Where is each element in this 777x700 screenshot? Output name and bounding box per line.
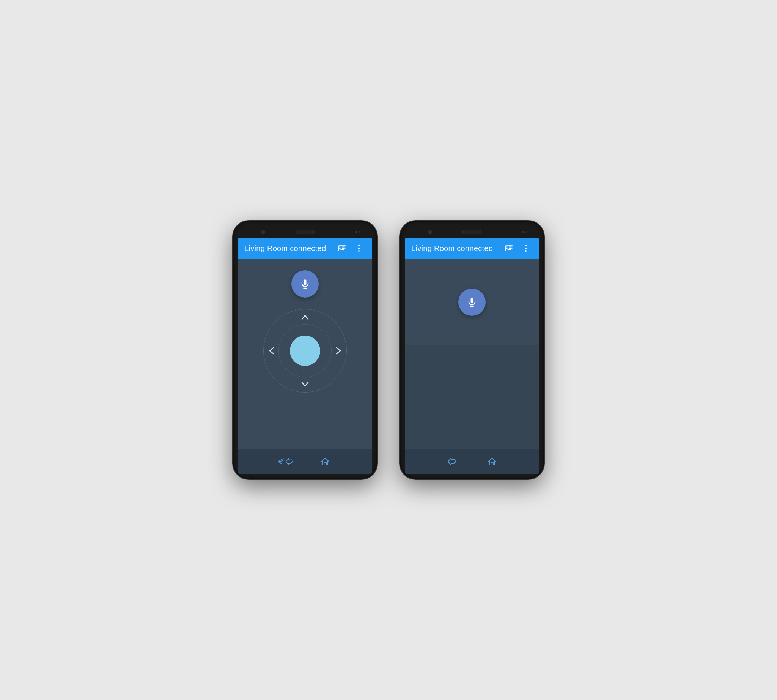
phone-2-top-bar <box>405 226 539 238</box>
chevron-left-icon <box>269 347 274 355</box>
svg-rect-9 <box>343 248 344 248</box>
mic-icon <box>300 278 310 289</box>
chevron-right-icon <box>336 347 341 355</box>
svg-rect-7 <box>341 248 341 248</box>
keyboard-icon-2 <box>505 245 513 251</box>
svg-rect-10 <box>344 248 345 248</box>
phone-1-menu-button[interactable] <box>352 242 366 255</box>
more-vert-icon <box>358 245 360 252</box>
dpad-center-button[interactable] <box>290 335 320 366</box>
phone-1-dpad <box>260 305 351 396</box>
phone-1-wrapper: Living Room connected <box>233 221 377 479</box>
phone-1-dot-2 <box>359 231 360 233</box>
svg-rect-2 <box>341 247 341 248</box>
phone-2-mic-button[interactable] <box>458 288 486 316</box>
more-vert-icon-2 <box>525 245 527 252</box>
phone-2-top-section <box>405 259 539 345</box>
phone-2-app-bar-actions <box>502 242 532 255</box>
svg-rect-5 <box>344 247 345 248</box>
home-icon-2 <box>487 457 497 467</box>
phone-2-screen: Living Room connected <box>405 238 539 474</box>
phone-1-dots <box>355 231 360 233</box>
phone-2-dot-2 <box>526 231 527 233</box>
phone-1-camera <box>261 230 265 234</box>
svg-rect-24 <box>510 248 511 248</box>
phone-1-app-bar-actions <box>335 242 366 255</box>
phone-2-back-button[interactable] <box>443 452 461 471</box>
phone-2: Living Room connected <box>400 221 544 479</box>
phone-1-mic-button[interactable] <box>291 270 319 298</box>
svg-rect-18 <box>509 247 509 248</box>
chevron-up-icon <box>301 315 309 320</box>
phone-1-content <box>238 259 372 450</box>
phone-1: Living Room connected <box>233 221 377 479</box>
svg-rect-12 <box>304 279 306 285</box>
phone-2-dots <box>522 231 527 233</box>
svg-rect-16 <box>506 247 507 248</box>
back-icon-2 <box>446 457 457 466</box>
dpad-right-button[interactable] <box>331 344 345 358</box>
back-icon <box>276 457 285 466</box>
phone-1-keyboard-button[interactable] <box>335 242 349 255</box>
phone-2-keyboard-button[interactable] <box>502 242 516 255</box>
phone-1-top-bar <box>238 226 372 238</box>
mic-icon-2 <box>467 297 477 307</box>
phone-2-dot-1 <box>522 231 524 233</box>
svg-rect-17 <box>507 247 508 248</box>
phone-2-speaker <box>463 230 481 234</box>
svg-rect-26 <box>507 249 511 250</box>
phone-1-dot-1 <box>355 231 357 233</box>
dpad-down-button[interactable] <box>298 377 312 391</box>
phone-2-home-button[interactable] <box>483 452 501 471</box>
phone-2-nav-bar <box>405 450 539 474</box>
svg-rect-19 <box>510 247 511 248</box>
keyboard-icon <box>338 245 346 251</box>
svg-rect-6 <box>339 248 340 248</box>
phone-1-screen: Living Room connected <box>238 238 372 474</box>
phone-2-menu-button[interactable] <box>519 242 532 255</box>
phone-2-wrapper: Living Room connected <box>400 221 544 479</box>
svg-rect-4 <box>343 247 344 248</box>
svg-rect-23 <box>509 248 509 248</box>
phone-1-app-bar: Living Room connected <box>238 238 372 259</box>
svg-rect-3 <box>342 247 343 248</box>
svg-rect-8 <box>342 248 343 248</box>
phone-2-app-bar: Living Room connected <box>405 238 539 259</box>
phone-1-app-title: Living Room connected <box>245 244 335 253</box>
phone-1-back-button[interactable] <box>276 452 294 471</box>
phone-2-camera <box>428 230 432 234</box>
phone-1-speaker <box>296 230 314 234</box>
phone-2-app-title: Living Room connected <box>411 244 502 253</box>
chevron-down-icon <box>301 382 309 387</box>
dpad-left-button[interactable] <box>265 344 278 358</box>
phone-2-content-section <box>405 345 539 450</box>
home-icon <box>320 457 330 467</box>
svg-rect-27 <box>471 298 474 303</box>
svg-rect-25 <box>511 248 512 248</box>
phone-1-nav-bar <box>238 450 372 474</box>
svg-rect-21 <box>506 248 507 248</box>
phone-1-home-button[interactable] <box>316 452 334 471</box>
svg-rect-22 <box>507 248 508 248</box>
svg-rect-11 <box>341 249 344 250</box>
svg-rect-1 <box>339 247 340 248</box>
svg-rect-20 <box>511 247 512 248</box>
dpad-up-button[interactable] <box>298 310 312 324</box>
